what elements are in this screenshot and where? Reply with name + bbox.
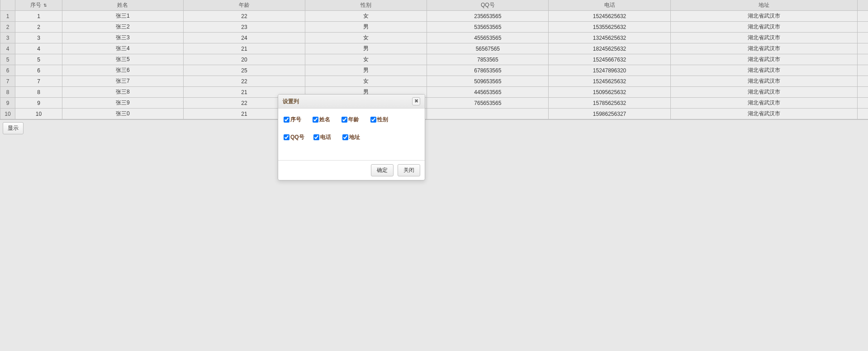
header-name[interactable]: 姓名 [62, 0, 183, 11]
address-cell: 湖北省武汉市 [670, 65, 857, 76]
qq-cell: 509653565 [427, 76, 549, 87]
phone-cell: 15245625632 [549, 76, 670, 87]
age-cell: 21 [183, 43, 305, 54]
column-option: 电话 [313, 133, 333, 141]
address-cell: 湖北省武汉市 [670, 11, 857, 22]
address-cell: 湖北省武汉市 [670, 54, 857, 65]
address-cell: 湖北省武汉市 [670, 98, 857, 109]
dialog-footer: 确定 关闭 [278, 160, 425, 180]
close-button[interactable]: 关闭 [398, 164, 420, 176]
column-checkbox[interactable] [313, 117, 318, 123]
column-option: 性别 [370, 116, 390, 123]
column-checkbox[interactable] [284, 134, 289, 140]
column-option: 序号 [284, 116, 304, 123]
filler-cell [857, 11, 868, 22]
address-cell: 湖北省武汉市 [670, 76, 857, 87]
name-cell: 张三5 [62, 54, 183, 65]
qq-cell: 535653565 [427, 22, 549, 33]
name-cell: 张三1 [62, 11, 183, 22]
address-cell: 湖北省武汉市 [670, 87, 857, 98]
table-row[interactable]: 11张三122女23565356515245625632湖北省武汉市 [0, 11, 868, 22]
table-row[interactable]: 33张三324女45565356513245625632湖北省武汉市 [0, 33, 868, 43]
data-grid: 序号 ⇅ 姓名 年龄 性别 QQ号 电话 地址 11张三122女23565356… [0, 0, 868, 119]
filler-cell [857, 33, 868, 43]
header-row: 序号 ⇅ 姓名 年龄 性别 QQ号 电话 地址 [0, 0, 868, 11]
table-row[interactable]: 88张三821男44565356515095625632湖北省武汉市 [0, 87, 868, 98]
filler-cell [857, 22, 868, 33]
rownum-cell: 3 [0, 33, 15, 43]
qq-cell: 445653565 [427, 87, 549, 98]
rownum-cell: 4 [0, 43, 15, 54]
filler-cell [857, 54, 868, 65]
close-icon[interactable]: ✖ [412, 97, 420, 105]
phone-cell: 15245625632 [549, 11, 670, 22]
filler-cell [857, 98, 868, 109]
seq-cell: 8 [15, 87, 62, 98]
rownum-cell: 5 [0, 54, 15, 65]
rownum-cell: 9 [0, 98, 15, 109]
column-checkbox[interactable] [342, 117, 347, 123]
table-row[interactable]: 1010张三02115986256327湖北省武汉市 [0, 109, 868, 119]
gender-cell: 男 [305, 22, 427, 33]
header-address[interactable]: 地址 [670, 0, 857, 11]
age-cell: 24 [183, 33, 305, 43]
grid-wrapper: 序号 ⇅ 姓名 年龄 性别 QQ号 电话 地址 11张三122女23565356… [0, 0, 868, 120]
header-age[interactable]: 年龄 [183, 0, 305, 11]
ok-button[interactable]: 确定 [371, 164, 394, 176]
age-cell: 25 [183, 65, 305, 76]
age-cell: 22 [183, 76, 305, 87]
gender-cell: 女 [305, 54, 427, 65]
gender-cell: 女 [305, 76, 427, 87]
header-phone[interactable]: 电话 [549, 0, 670, 11]
address-cell: 湖北省武汉市 [670, 33, 857, 43]
qq-cell [427, 109, 549, 119]
rownum-cell: 7 [0, 76, 15, 87]
header-qq[interactable]: QQ号 [427, 0, 549, 11]
table-row[interactable]: 22张三223男53565356515355625632湖北省武汉市 [0, 22, 868, 33]
column-checkbox-label: 电话 [320, 133, 331, 141]
column-checkbox-label: 地址 [349, 133, 360, 141]
table-row[interactable]: 44张三421男5656756518245625632湖北省武汉市 [0, 43, 868, 54]
seq-cell: 5 [15, 54, 62, 65]
name-cell: 张三9 [62, 98, 183, 109]
sort-icon: ⇅ [43, 3, 47, 8]
table-row[interactable]: 99张三922女76565356515785625632湖北省武汉市 [0, 98, 868, 109]
header-seq[interactable]: 序号 ⇅ [15, 0, 62, 11]
column-option: 年龄 [342, 116, 361, 123]
table-row[interactable]: 66张三625男67865356515247896320湖北省武汉市 [0, 65, 868, 76]
seq-cell: 7 [15, 76, 62, 87]
column-option: 地址 [342, 133, 362, 141]
phone-cell: 15785625632 [549, 98, 670, 109]
seq-cell: 3 [15, 33, 62, 43]
gender-cell: 男 [305, 43, 427, 54]
name-cell: 张三6 [62, 65, 183, 76]
rownum-cell: 1 [0, 11, 15, 22]
table-row[interactable]: 55张三520女785356515245667632湖北省武汉市 [0, 54, 868, 65]
seq-cell: 4 [15, 43, 62, 54]
show-button[interactable]: 显示 [3, 122, 24, 134]
phone-cell: 15986256327 [549, 109, 670, 119]
age-cell: 23 [183, 22, 305, 33]
header-rownum [0, 0, 15, 11]
qq-cell: 455653565 [427, 33, 549, 43]
column-checkbox-label: 性别 [377, 116, 388, 123]
gender-cell: 女 [305, 33, 427, 43]
header-filler [857, 0, 868, 11]
rownum-cell: 6 [0, 65, 15, 76]
header-gender[interactable]: 性别 [305, 0, 427, 11]
column-checkbox[interactable] [342, 134, 348, 140]
seq-cell: 9 [15, 98, 62, 109]
column-checkbox[interactable] [313, 134, 319, 140]
column-checkbox[interactable] [284, 117, 289, 123]
name-cell: 张三0 [62, 109, 183, 119]
table-row[interactable]: 77张三722女50965356515245625632湖北省武汉市 [0, 76, 868, 87]
filler-cell [857, 87, 868, 98]
phone-cell: 18245625632 [549, 43, 670, 54]
seq-cell: 6 [15, 65, 62, 76]
filler-cell [857, 43, 868, 54]
phone-cell: 15095625632 [549, 87, 670, 98]
column-checkbox[interactable] [370, 117, 376, 123]
column-checkbox-label: 姓名 [319, 116, 330, 123]
dialog-header[interactable]: 设置列 ✖ [278, 95, 425, 109]
filler-cell [857, 109, 868, 119]
